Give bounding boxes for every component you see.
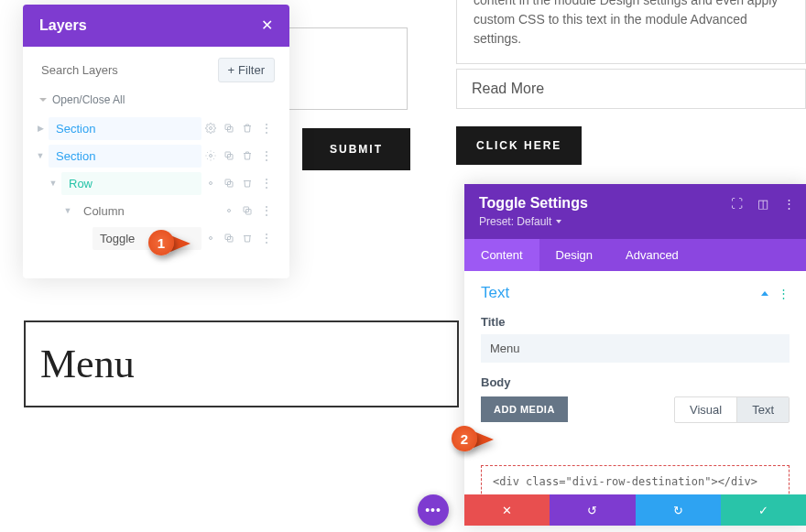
chevron-down-icon[interactable]: ▼ [45,170,61,196]
more-icon[interactable]: ⋮ [783,197,795,211]
section-text-heading[interactable]: Text [481,284,509,302]
gear-icon[interactable] [205,123,216,134]
save-button[interactable]: ✓ [721,494,806,526]
more-icon[interactable]: ⋮ [778,287,790,300]
duplicate-icon[interactable] [223,123,234,134]
editor-tab-text[interactable]: Text [737,397,789,422]
body-label: Body [481,375,790,389]
trash-icon[interactable] [242,150,253,161]
svg-point-3 [210,155,212,157]
more-icon[interactable]: ⋮ [260,232,273,244]
close-icon: ✕ [502,504,512,517]
settings-header[interactable]: Toggle Settings Preset: Default ⛶ ◫ ⋮ [464,184,806,239]
chevron-down-icon[interactable]: ▼ [32,143,49,168]
trash-icon[interactable] [242,178,253,189]
redo-button[interactable]: ↻ [636,494,721,526]
editor-tab-visual[interactable]: Visual [675,397,737,422]
tree-item-section[interactable]: ▼ Section ⋮ [32,143,280,168]
toggle-module-preview[interactable]: Menu [24,320,459,407]
gear-icon[interactable] [223,205,234,216]
redo-icon: ↻ [673,504,683,517]
chevron-up-icon[interactable] [761,291,768,296]
discard-button[interactable]: ✕ [464,494,550,526]
settings-footer: ✕ ↺ ↻ ✓ [464,494,806,526]
tab-design[interactable]: Design [539,239,609,271]
svg-point-6 [210,182,212,185]
chevron-down-icon[interactable]: ▼ [60,198,76,223]
undo-icon: ↺ [587,504,597,517]
callout-marker-2: 2 [452,426,477,451]
duplicate-icon[interactable] [223,233,234,244]
svg-point-12 [210,237,212,240]
tree-label[interactable]: Section [49,117,202,140]
open-close-all[interactable]: Open/Close All [23,90,289,114]
layers-title: Layers [39,17,87,34]
page-settings-fab[interactable]: ••• [418,494,449,526]
snap-icon[interactable]: ◫ [757,197,768,211]
tab-advanced[interactable]: Advanced [609,239,695,271]
svg-point-0 [210,127,212,130]
body-textarea[interactable]: <div class="divi-row-destination"></div> [481,465,790,494]
add-media-button[interactable]: ADD MEDIA [481,396,568,422]
title-label: Title [481,315,790,329]
chevron-right-icon[interactable]: ▶ [32,115,49,141]
svg-point-9 [228,210,231,212]
read-more-button[interactable]: Read More [456,69,806,109]
blurb-text: content in the module Design settings an… [456,0,806,64]
more-icon[interactable]: ⋮ [260,149,273,162]
gear-icon[interactable] [205,233,216,244]
tree-label[interactable]: Section [49,145,202,168]
preset-dropdown[interactable]: Preset: Default [479,215,791,228]
more-icon[interactable]: ⋮ [260,204,273,217]
filter-label: Filter [238,63,265,77]
more-icon[interactable]: ⋮ [260,122,273,135]
more-icon[interactable]: ⋮ [260,177,273,190]
toggle-title-preview: Menu [40,341,442,387]
dots-icon: ••• [425,503,441,517]
tree-item-column[interactable]: ▼ Column ⋮ [32,198,280,223]
trash-icon[interactable] [242,123,253,134]
toggle-settings-panel: Toggle Settings Preset: Default ⛶ ◫ ⋮ Co… [464,184,806,526]
duplicate-icon[interactable] [223,150,234,161]
plus-icon: + [228,63,235,77]
click-here-button[interactable]: CLICK HERE [456,126,582,165]
settings-tabs: Content Design Advanced [464,239,806,271]
filter-button[interactable]: + Filter [218,58,275,82]
undo-button[interactable]: ↺ [550,494,635,526]
search-input[interactable] [38,58,211,82]
callout-marker-1: 1 [148,230,174,255]
tree-item-row[interactable]: ▼ Row ⋮ [32,170,280,196]
duplicate-icon[interactable] [223,178,234,189]
spacer [76,225,93,251]
editor-mode-tabs: Visual Text [674,396,790,423]
duplicate-icon[interactable] [242,205,253,216]
check-icon: ✓ [758,504,768,517]
tree-label[interactable]: Column [76,200,223,223]
submit-button[interactable]: SUBMIT [302,128,410,170]
tree-item-section[interactable]: ▶ Section ⋮ [32,115,280,141]
layers-header: Layers ✕ [23,5,289,47]
trash-icon[interactable] [242,233,253,244]
close-icon[interactable]: ✕ [261,18,273,33]
title-input[interactable] [481,334,790,363]
expand-icon[interactable]: ⛶ [731,197,743,211]
tab-content[interactable]: Content [464,239,539,271]
gear-icon[interactable] [205,150,216,161]
gear-icon[interactable] [205,178,216,189]
tree-label[interactable]: Row [61,172,202,195]
